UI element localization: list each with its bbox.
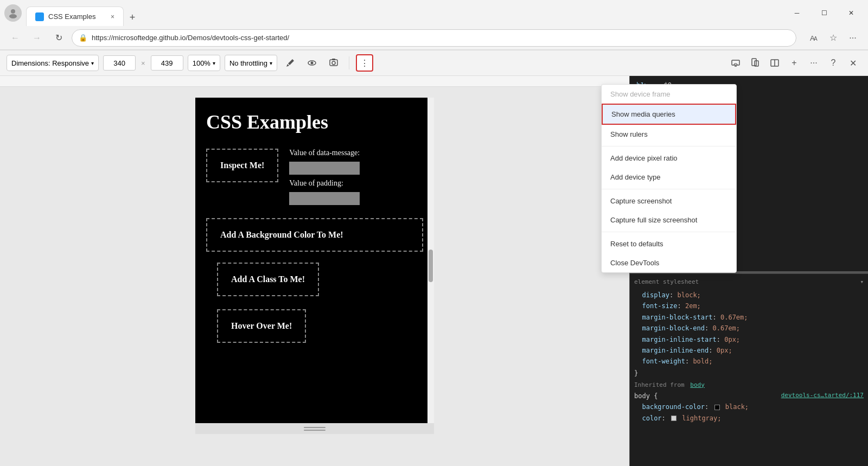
svg-point-0 (11, 9, 15, 14)
add-device-pixel-ratio-label: Add device pixel ratio (610, 154, 678, 162)
screenshot-button[interactable] (325, 54, 342, 72)
close-devtools-button[interactable]: ✕ (844, 54, 861, 72)
dimensions-label: Dimensions: Responsive (11, 59, 89, 67)
height-input[interactable] (151, 55, 183, 71)
minimize-button[interactable]: ─ (784, 4, 809, 22)
tab-title: CSS Examples (48, 12, 95, 21)
css-prop-value-mbe: 0.67em; (713, 324, 741, 332)
refresh-button[interactable]: ↻ (50, 29, 67, 47)
svg-rect-7 (332, 59, 335, 60)
bottom-line-1 (304, 427, 326, 428)
url-bar[interactable]: 🔒 https://microsoftedge.github.io/Demos/… (72, 29, 796, 47)
device-bottom-bar (195, 423, 434, 434)
size-separator: × (139, 59, 148, 67)
css-prop-name-mis: margin-inline-start (642, 336, 716, 343)
device-scrollbar[interactable] (427, 98, 434, 423)
maximize-button[interactable]: ☐ (812, 4, 837, 22)
reset-defaults-label: Reset to defaults (610, 240, 663, 248)
tab-close-button[interactable]: × (111, 13, 114, 21)
show-rulers-label: Show rulers (610, 130, 648, 138)
throttling-chevron-icon: ▾ (270, 60, 272, 66)
menu-item-add-device-pixel-ratio[interactable]: Add device pixel ratio (602, 149, 736, 168)
browser-window: CSS Examples × + ─ ☐ ✕ ← → ↻ 🔒 https://m… (0, 0, 868, 466)
device-screen: CSS Examples Inspect Me! Value of data-m… (195, 98, 434, 423)
css-body-source-link[interactable]: devtools-cs…tarted/:117 (781, 391, 864, 401)
zoom-select[interactable]: 100% ▾ (188, 55, 220, 71)
css-prop-name-fw: font-weight (642, 358, 685, 365)
add-background-color-box[interactable]: Add A Background Color To Me! (206, 218, 423, 252)
forward-button[interactable]: → (28, 29, 46, 47)
menu-item-capture-full-screenshot[interactable]: Capture full size screenshot (602, 210, 736, 229)
add-background-color-label: Add A Background Color To Me! (220, 230, 409, 240)
hover-box[interactable]: Hover Over Me! (217, 309, 306, 343)
browser-more-button[interactable]: ··· (844, 29, 861, 47)
css-body-brace: { (654, 392, 658, 400)
data-message-value (289, 162, 360, 175)
size-group: × (103, 55, 183, 71)
throttling-select[interactable]: No throttling ▾ (225, 55, 277, 71)
dimensions-select[interactable]: Dimensions: Responsive ▾ (7, 55, 99, 71)
favorites-button[interactable]: ☆ (825, 29, 842, 47)
menu-item-reset-defaults[interactable]: Reset to defaults (602, 234, 736, 253)
menu-item-close-devtools[interactable]: Close DevTools (602, 253, 736, 272)
css-prop-margin-inline-start: margin-inline-start: 0px; (634, 334, 864, 345)
menu-item-show-device-frame[interactable]: Show device frame (602, 85, 736, 104)
new-tab-button[interactable]: + (124, 9, 141, 26)
menu-item-capture-screenshot[interactable]: Capture screenshot (602, 191, 736, 210)
scrollbar-thumb[interactable] (429, 250, 433, 282)
zoom-group: 100% ▾ (188, 55, 220, 71)
panel-add-button[interactable]: + (786, 54, 803, 72)
menu-item-add-device-type[interactable]: Add device type (602, 168, 736, 187)
viewport-area: CSS Examples Inspect Me! Value of data-m… (0, 76, 629, 466)
close-button[interactable]: ✕ (839, 4, 864, 22)
css-prop-display: display: block; (634, 290, 864, 301)
sidebar-toggle-button[interactable] (766, 54, 783, 72)
menu-item-show-rulers[interactable]: Show rulers (602, 125, 736, 144)
back-button[interactable]: ← (7, 29, 24, 47)
show-device-frame-label: Show device frame (610, 90, 671, 98)
capture-full-screenshot-label: Capture full size screenshot (610, 216, 697, 224)
add-device-type-label: Add device type (610, 173, 661, 181)
add-class-box[interactable]: Add A Class To Me! (217, 263, 319, 296)
css-body-bg: background-color: black; (634, 401, 864, 412)
css-body-bg-value: black; (725, 403, 749, 411)
lock-icon: 🔒 (79, 34, 87, 42)
eye-button[interactable] (303, 54, 321, 72)
css-body-color-value: lightgray; (682, 414, 721, 422)
css-inherited-body-link[interactable]: body (690, 381, 705, 388)
screen-cast-button[interactable] (727, 54, 744, 72)
css-inherited-section: Inherited from body (634, 381, 864, 388)
svg-point-5 (311, 62, 314, 65)
read-aloud-button[interactable]: AA (805, 29, 822, 47)
eyedropper-button[interactable] (282, 54, 299, 72)
dimensions-group: Dimensions: Responsive ▾ (7, 55, 99, 71)
tab-css-examples[interactable]: CSS Examples × (26, 7, 124, 26)
devtools-more-button[interactable]: ··· (805, 54, 822, 72)
menu-separator-1 (602, 146, 736, 146)
css-expand-button[interactable]: ▾ (860, 278, 864, 285)
menu-item-show-media-queries[interactable]: Show media queries (602, 104, 736, 125)
add-icon: + (792, 58, 796, 68)
profile-button[interactable] (4, 4, 22, 22)
css-prop-font-weight: font-weight: bold; (634, 356, 864, 367)
browser-action-buttons: AA ☆ ··· (805, 29, 861, 47)
title-bar: CSS Examples × + ─ ☐ ✕ (0, 0, 868, 26)
data-message-label: Value of data-message: (289, 149, 360, 157)
inspect-label: Inspect Me! (220, 161, 264, 170)
capture-screenshot-label: Capture screenshot (610, 197, 672, 205)
hover-label: Hover Over Me! (231, 321, 292, 331)
window-controls: ─ ☐ ✕ (784, 4, 864, 22)
css-body-rule: body { devtools-cs…tarted/:117 (634, 391, 864, 401)
width-input[interactable] (103, 55, 136, 71)
main-content: CSS Examples Inspect Me! Value of data-m… (0, 76, 868, 466)
svg-text:A: A (814, 36, 818, 42)
help-button[interactable]: ? (825, 54, 842, 72)
device-toggle-button[interactable] (746, 54, 764, 72)
menu-separator-2 (602, 189, 736, 189)
color-swatch-lightgray (671, 416, 676, 421)
css-prop-value-fw: bold; (693, 358, 712, 365)
more-options-button[interactable]: ⋮ (356, 54, 373, 72)
tab-strip: CSS Examples × + (26, 0, 780, 26)
css-panel: element stylesheet ▾ display: block; fon… (630, 273, 868, 466)
inspect-button[interactable]: Inspect Me! (206, 149, 278, 182)
